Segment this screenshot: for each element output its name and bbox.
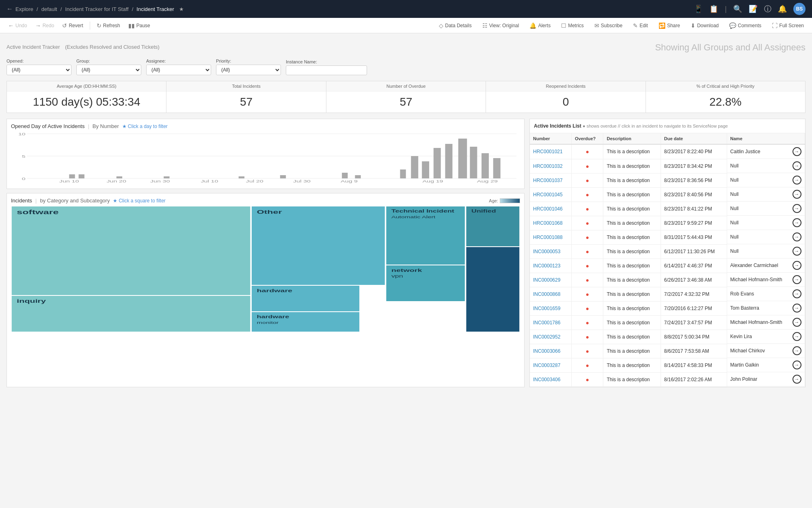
incident-number[interactable]: INC0000123 [530,258,571,273]
table-row[interactable]: INC0000053●This is a description6/12/201… [530,244,805,258]
table-row[interactable]: INC0003066●This is a description8/6/2017… [530,344,805,358]
edit-doc-icon[interactable]: 📝 [749,4,758,13]
incident-number[interactable]: INC0000868 [530,287,571,301]
table-row[interactable]: HRC0001037●This is a description8/23/201… [530,173,805,187]
chart-area[interactable]: 1050Jun 10Jun 20Jun 30Jul 10Jul 20Jul 30… [11,132,520,185]
instance-input[interactable] [286,65,367,75]
data-details-button[interactable]: ◇ Data Details [436,21,475,30]
view-button[interactable]: ☷ View: Original [479,21,523,30]
incident-number[interactable]: HRC0001037 [530,173,571,187]
treemap-cell-1[interactable]: inquiry [12,296,251,332]
table-row[interactable]: INC0000123●This is a description6/14/201… [530,258,805,273]
treemap-filter-link[interactable]: ★ Click a square to filter [113,198,165,204]
navigate-arrow[interactable]: → [793,190,801,199]
navigate-arrow[interactable]: → [793,275,801,284]
incident-number[interactable]: INC0000053 [530,244,571,258]
download-button[interactable]: ⬇ Download [687,21,722,30]
chart-filter-link[interactable]: ★ Click a day to filter [122,124,168,129]
table-row[interactable]: INC0000629●This is a description6/26/201… [530,273,805,287]
help-icon[interactable]: ⓘ [764,4,771,14]
treemap-container[interactable]: softwareinquiryOtherhardwarehardwaremoni… [11,206,520,332]
table-row[interactable]: HRC0001068●This is a description8/23/201… [530,216,805,230]
incident-number[interactable]: INC0002952 [530,330,571,344]
search-icon[interactable]: 🔍 [733,4,742,13]
incident-number[interactable]: INC0003406 [530,372,571,386]
incident-number[interactable]: HRC0001046 [530,202,571,216]
clipboard-icon[interactable]: 📋 [709,4,718,13]
table-row[interactable]: INC0003287●This is a description8/14/201… [530,358,805,372]
incident-number[interactable]: HRC0001021 [530,144,571,159]
dashboard-header: Active Incident Tracker (Excludes Resolv… [6,40,806,53]
table-row[interactable]: INC0000868●This is a description7/2/2017… [530,287,805,301]
table-row[interactable]: HRC0001021●This is a description8/23/201… [530,144,805,159]
navigate-arrow[interactable]: → [793,232,801,241]
treemap-cell-5[interactable]: Technical IncidentAutomatic Alert [386,206,464,265]
alerts-button[interactable]: 🔔 Alerts [526,21,554,30]
incident-number[interactable]: INC0003287 [530,358,571,372]
subscribe-button[interactable]: ✉ Subscribe [591,21,626,30]
navigate-arrow[interactable]: → [793,176,801,185]
breadcrumb-explore[interactable]: Explore [15,6,33,12]
incident-number[interactable]: INC0003066 [530,344,571,358]
group-select[interactable]: (All) [76,65,141,75]
incident-number[interactable]: INC0001786 [530,315,571,330]
navigate-arrow[interactable]: → [793,318,801,327]
separator [90,22,90,30]
treemap-cell-2[interactable]: Other [252,206,385,285]
navigate-arrow[interactable]: → [793,218,801,227]
navigate-arrow[interactable]: → [793,261,801,270]
incident-number[interactable]: INC0000629 [530,273,571,287]
navigate-arrow[interactable]: → [793,247,801,256]
table-row[interactable]: INC0003406●This is a description8/16/201… [530,372,805,386]
navigate-arrow[interactable]: → [793,161,801,170]
back-arrow[interactable]: ← [6,5,13,13]
table-row[interactable]: HRC0001032●This is a description8/23/201… [530,159,805,173]
table-row[interactable]: HRC0001088●This is a description8/31/201… [530,230,805,244]
bar-chart[interactable]: 1050Jun 10Jun 20Jun 30Jul 10Jul 20Jul 30… [11,132,520,185]
treemap-cell-4[interactable]: hardwaremonitor [252,312,359,332]
treemap-cell-8[interactable] [466,247,519,332]
breadcrumb-default[interactable]: default [41,6,57,12]
table-row[interactable]: HRC0001046●This is a description8/23/201… [530,202,805,216]
treemap-cell-0[interactable]: software [12,206,251,295]
treemap-cell-3[interactable]: hardware [252,286,359,311]
navigate-arrow[interactable]: → [793,346,801,355]
navigate-arrow[interactable]: → [793,289,801,298]
treemap-cell-7[interactable]: networkvpn [386,265,464,301]
table-row[interactable]: INC0001659●This is a description7/20/201… [530,301,805,315]
revert-button[interactable]: ↺ Revert [59,21,86,30]
navigate-arrow[interactable]: → [793,360,801,369]
edit-button[interactable]: ✎ Edit [630,21,651,30]
treemap-chart[interactable]: softwareinquiryOtherhardwarehardwaremoni… [11,206,520,332]
table-row[interactable]: INC0001786●This is a description7/24/201… [530,315,805,330]
incident-number[interactable]: HRC0001032 [530,159,571,173]
avatar[interactable]: BS [793,3,806,15]
undo-button[interactable]: ← Undo [5,21,30,30]
assignee-select[interactable]: (All) [146,65,211,75]
incident-number[interactable]: HRC0001045 [530,187,571,202]
breadcrumb-incident-tracker-it[interactable]: Incident Tracker for IT Staff [65,6,128,12]
fullscreen-button[interactable]: ⛶ Full Screen [769,21,807,30]
incident-number[interactable]: HRC0001068 [530,216,571,230]
incident-number[interactable]: INC0001659 [530,301,571,315]
metrics-button[interactable]: ☐ Metrics [558,21,587,30]
refresh-button[interactable]: ↻ Refresh [93,21,123,30]
bell-icon[interactable]: 🔔 [778,4,787,13]
opened-select[interactable]: (All) [6,65,71,75]
redo-button[interactable]: → Redo [32,21,58,30]
navigate-arrow[interactable]: → [793,304,801,313]
treemap-cell-6[interactable]: Unified [466,206,519,246]
navigate-arrow[interactable]: → [793,332,801,341]
mobile-icon[interactable]: 📱 [694,4,703,13]
navigate-arrow[interactable]: → [793,204,801,213]
navigate-arrow[interactable]: → [793,375,801,384]
priority-select[interactable]: (All) [216,65,281,75]
navigate-arrow[interactable]: → [793,147,801,156]
pause-button[interactable]: ▮▮ Pause [125,21,153,30]
table-row[interactable]: HRC0001045●This is a description8/23/201… [530,187,805,202]
incident-number[interactable]: HRC0001088 [530,230,571,244]
table-row[interactable]: INC0002952●This is a description8/8/2017… [530,330,805,344]
share-button[interactable]: 🔁 Share [655,21,683,30]
comments-button[interactable]: 💬 Comments [726,21,764,30]
star-icon[interactable]: ★ [179,6,184,12]
